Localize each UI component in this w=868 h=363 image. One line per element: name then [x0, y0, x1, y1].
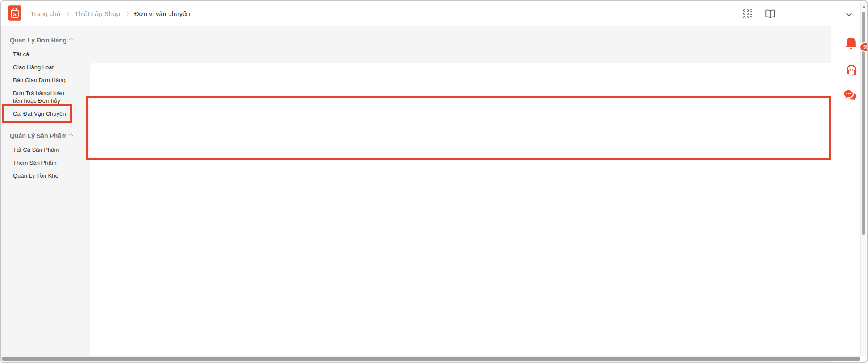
sidebar-section-header[interactable]: Quản Lý Sản Phẩm — [1, 132, 78, 140]
sidebar-section: Quản Lý Sản Phẩm Tất Cả Sản PhẩmThêm Sản… — [1, 132, 78, 182]
breadcrumb: Trang chủ Thiết Lập Shop Đơn vị vận chuy… — [30, 10, 190, 17]
top-header: S Trang chủ Thiết Lập Shop Đơn vị vận ch… — [1, 1, 860, 26]
breadcrumb-current-page: Đơn vị vận chuyển — [134, 10, 190, 17]
horizontal-scrollbar[interactable] — [2, 356, 860, 361]
scroll-up-arrow-icon[interactable] — [862, 5, 866, 8]
notification-bell-icon[interactable]: 99+ — [843, 36, 859, 54]
chevron-up-icon — [69, 38, 73, 42]
chevron-up-icon — [69, 134, 73, 138]
svg-text:S: S — [13, 11, 16, 17]
sidebar-section-label: Quản Lý Sản Phẩm — [10, 132, 67, 140]
sidebar-item[interactable]: Quản Lý Tồn Kho — [1, 169, 78, 182]
breadcrumb-home[interactable]: Trang chủ — [30, 10, 60, 17]
vertical-scrollbar[interactable] — [860, 2, 866, 356]
sidebar-section-items: Tất cảGiao Hàng LoạtBàn Giao Đơn HàngĐơn… — [1, 48, 78, 120]
breadcrumb-shop-settings[interactable]: Thiết Lập Shop — [74, 10, 120, 17]
apps-grid-icon[interactable] — [743, 1, 752, 26]
support-headset-icon[interactable] — [844, 63, 859, 79]
sidebar-section-header[interactable]: Quản Lý Đơn Hàng — [1, 36, 78, 45]
sidebar-item[interactable]: Thêm Sản Phẩm — [1, 156, 78, 169]
sidebar-item-annotated[interactable]: Cài Đặt Vận Chuyển — [1, 107, 78, 120]
sidebar-item[interactable]: Tất cả — [1, 48, 78, 61]
chat-bubbles-icon[interactable] — [843, 88, 857, 104]
sidebar-section-label: Quản Lý Đơn Hàng — [10, 36, 66, 45]
breadcrumb-separator-icon — [66, 12, 69, 15]
sidebar-item[interactable]: Tất Cả Sản Phẩm — [1, 143, 78, 156]
breadcrumb-separator-icon — [125, 12, 128, 15]
notification-count-badge: 99+ — [860, 42, 868, 52]
shopee-logo-icon[interactable]: S — [8, 5, 21, 22]
shipping-settings-panel — [90, 63, 831, 358]
sidebar-section-items: Tất Cả Sản PhẩmThêm Sản PhẩmQuản Lý Tồn … — [1, 143, 78, 182]
right-utility-rail: 99+ — [831, 26, 863, 362]
seller-center-window: S Trang chủ Thiết Lập Shop Đơn vị vận ch… — [0, 0, 868, 363]
horizontal-scrollbar-thumb[interactable] — [2, 357, 860, 361]
sidebar: Quản Lý Đơn Hàng Tất cảGiao Hàng LoạtBàn… — [1, 26, 78, 356]
guide-book-icon[interactable] — [765, 1, 776, 26]
sidebar-item[interactable]: Đơn Trả hàng/Hoàn tiền hoặc Đơn hủy — [1, 87, 78, 107]
sidebar-item[interactable]: Giao Hàng Loạt — [1, 61, 78, 74]
header-collapse-chevron-icon[interactable] — [847, 1, 851, 26]
shipping-subtab-bar — [90, 63, 831, 87]
sidebar-section: Quản Lý Đơn Hàng Tất cảGiao Hàng LoạtBàn… — [1, 36, 78, 120]
sidebar-item[interactable]: Bàn Giao Đơn Hàng — [1, 74, 78, 87]
